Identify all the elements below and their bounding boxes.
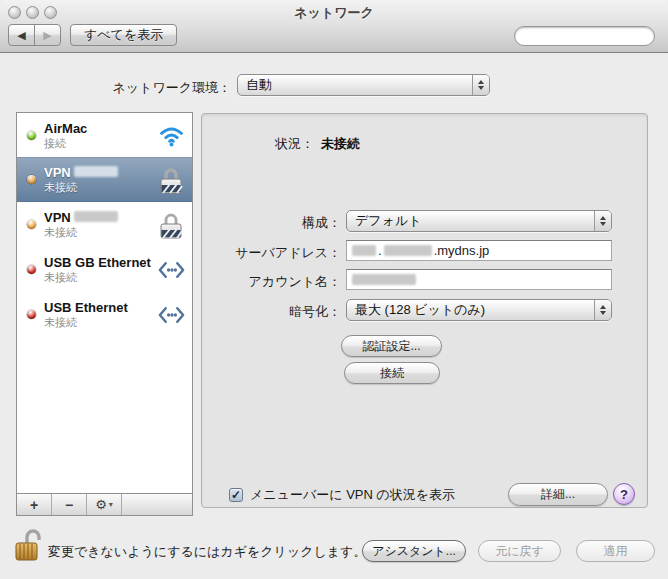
account-name-field[interactable] — [346, 269, 612, 290]
detail-panel: 状況： 未接続 構成： デフォルト サーバアドレス： ..mydns.jp アカ… — [201, 113, 648, 508]
redacted-text — [74, 211, 118, 222]
service-list-toolbar: + − ⚙ ▾ — [16, 493, 193, 516]
unlock-icon[interactable] — [14, 527, 44, 567]
window-title: ネットワーク — [0, 4, 668, 22]
assistant-button[interactable]: アシスタント... — [362, 540, 466, 562]
status-value: 未接続 — [321, 135, 360, 153]
config-label: 構成： — [202, 214, 341, 232]
checkbox-checked[interactable]: ✓ — [229, 488, 243, 502]
redacted-text — [352, 274, 416, 285]
location-label: ネットワーク環境： — [0, 79, 231, 97]
popup-stepper-icon — [472, 75, 489, 95]
status-dot — [27, 220, 36, 229]
service-status: 未接続 — [44, 226, 156, 239]
sidebar-item-usb-gb-ethernet[interactable]: USB GB Ethernet 未接続 — [17, 247, 192, 292]
service-name: AirMac — [44, 121, 156, 137]
service-status: 接続 — [44, 137, 156, 150]
wifi-icon — [156, 125, 186, 147]
ethernet-icon — [156, 260, 186, 280]
gear-icon: ⚙ — [95, 497, 107, 512]
sidebar-item-vpn-1[interactable]: VPN 未接続 — [17, 157, 192, 202]
status-dot — [27, 131, 36, 140]
redacted-text — [74, 166, 118, 177]
service-name: VPN — [44, 210, 156, 226]
advanced-button[interactable]: 詳細... — [508, 483, 608, 506]
lock-icon — [156, 210, 186, 240]
status-dot — [27, 310, 36, 319]
redacted-text — [384, 245, 432, 256]
account-name-label: アカウント名： — [202, 273, 341, 291]
apply-button[interactable]: 適用 — [576, 540, 655, 562]
status-dot — [27, 265, 36, 274]
server-address-visible: .mydns.jp — [434, 243, 490, 258]
menubar-status-checkbox-row[interactable]: ✓ メニューバーに VPN の状況を表示 — [229, 486, 455, 504]
forward-button[interactable]: ▶ — [34, 24, 61, 46]
back-icon: ◀ — [17, 29, 25, 42]
sidebar-item-airmac[interactable]: AirMac 接続 — [17, 113, 192, 158]
redacted-text — [352, 245, 376, 256]
add-service-button[interactable]: + — [17, 494, 52, 515]
sidebar-item-vpn-2[interactable]: VPN 未接続 — [17, 202, 192, 247]
popup-stepper-icon — [594, 211, 611, 231]
lock-hint-text: 変更できないようにするにはカギをクリックします。 — [48, 543, 366, 561]
nav-history-control: ◀ ▶ — [8, 24, 61, 46]
config-popup-value: デフォルト — [347, 211, 594, 231]
config-popup[interactable]: デフォルト — [346, 210, 612, 232]
menubar-checkbox-label: メニューバーに VPN の状況を表示 — [250, 486, 455, 504]
service-name: USB Ethernet — [44, 300, 156, 316]
popup-stepper-icon — [594, 300, 611, 320]
location-popup[interactable]: 自動 — [237, 74, 490, 96]
connect-button[interactable]: 接続 — [344, 362, 440, 384]
auth-settings-button[interactable]: 認証設定... — [341, 335, 442, 357]
action-menu-button[interactable]: ⚙ ▾ — [87, 494, 122, 515]
encryption-popup-value: 最大 (128 ビットのみ) — [347, 300, 594, 320]
window-titlebar: ネットワーク ◀ ▶ すべてを表示 — [0, 0, 668, 53]
forward-icon: ▶ — [43, 29, 51, 42]
lock-icon — [156, 165, 186, 195]
ethernet-icon — [156, 305, 186, 325]
sidebar-item-usb-ethernet[interactable]: USB Ethernet 未接続 — [17, 292, 192, 337]
service-list: AirMac 接続 VPN 未接続 VPN 未接続 USB GB Etherne… — [16, 112, 193, 494]
status-label: 状況： — [202, 135, 314, 153]
server-address-label: サーバアドレス： — [202, 244, 341, 262]
show-all-button[interactable]: すべてを表示 — [70, 24, 177, 46]
search-field[interactable] — [514, 26, 655, 46]
search-input[interactable] — [520, 28, 668, 44]
encryption-popup[interactable]: 最大 (128 ビットのみ) — [346, 299, 612, 321]
help-button[interactable]: ? — [613, 483, 635, 505]
encryption-label: 暗号化： — [202, 303, 341, 321]
back-button[interactable]: ◀ — [8, 24, 35, 46]
chevron-down-icon: ▾ — [109, 500, 113, 509]
service-name: VPN — [44, 165, 156, 181]
server-dot: . — [378, 243, 382, 258]
remove-service-button[interactable]: − — [52, 494, 87, 515]
location-popup-value: 自動 — [238, 75, 472, 95]
checkmark-icon: ✓ — [231, 489, 241, 501]
service-status: 未接続 — [44, 181, 156, 194]
service-name: USB GB Ethernet — [44, 255, 156, 271]
revert-button[interactable]: 元に戻す — [478, 540, 561, 562]
service-status: 未接続 — [44, 271, 156, 284]
status-dot — [27, 175, 36, 184]
server-address-field[interactable]: ..mydns.jp — [346, 240, 612, 261]
service-status: 未接続 — [44, 316, 156, 329]
